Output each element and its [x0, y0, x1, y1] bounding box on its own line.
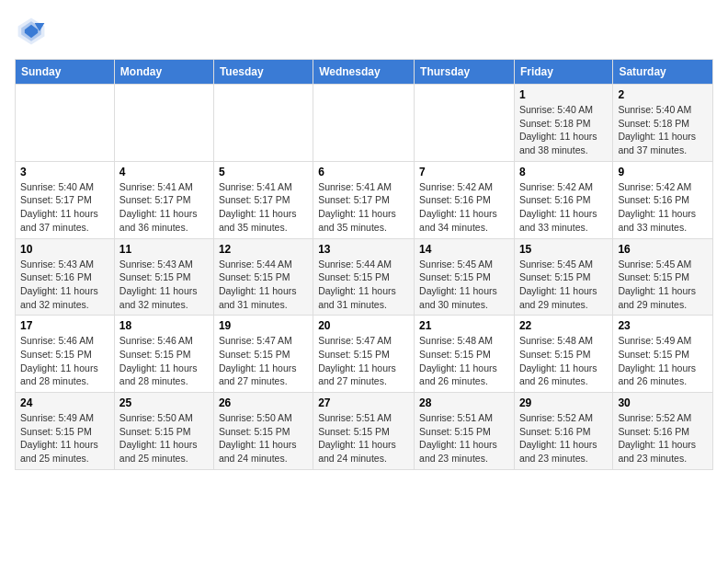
- calendar-cell: 17Sunrise: 5:46 AM Sunset: 5:15 PM Dayli…: [16, 316, 115, 393]
- day-info: Sunrise: 5:45 AM Sunset: 5:15 PM Dayligh…: [519, 258, 608, 312]
- calendar-cell: 29Sunrise: 5:52 AM Sunset: 5:16 PM Dayli…: [514, 393, 612, 470]
- calendar-cell: 8Sunrise: 5:42 AM Sunset: 5:16 PM Daylig…: [514, 161, 612, 238]
- day-number: 16: [618, 243, 708, 256]
- day-number: 11: [119, 243, 209, 256]
- calendar-week-row: 3Sunrise: 5:40 AM Sunset: 5:17 PM Daylig…: [16, 161, 713, 238]
- day-info: Sunrise: 5:40 AM Sunset: 5:18 PM Dayligh…: [519, 103, 608, 157]
- calendar-cell: 25Sunrise: 5:50 AM Sunset: 5:15 PM Dayli…: [114, 393, 213, 470]
- day-info: Sunrise: 5:51 AM Sunset: 5:15 PM Dayligh…: [318, 411, 409, 465]
- calendar-cell: 30Sunrise: 5:52 AM Sunset: 5:16 PM Dayli…: [613, 393, 713, 470]
- day-number: 13: [318, 243, 409, 256]
- calendar-cell: [114, 85, 213, 162]
- calendar-cell: 28Sunrise: 5:51 AM Sunset: 5:15 PM Dayli…: [415, 393, 515, 470]
- day-number: 29: [519, 396, 608, 409]
- calendar-cell: 19Sunrise: 5:47 AM Sunset: 5:15 PM Dayli…: [213, 316, 313, 393]
- day-info: Sunrise: 5:45 AM Sunset: 5:15 PM Dayligh…: [618, 258, 708, 312]
- day-info: Sunrise: 5:52 AM Sunset: 5:16 PM Dayligh…: [618, 411, 708, 465]
- day-info: Sunrise: 5:45 AM Sunset: 5:15 PM Dayligh…: [419, 258, 509, 312]
- day-number: 25: [119, 396, 209, 409]
- page-header: [15, 15, 713, 48]
- calendar-cell: [313, 85, 415, 162]
- calendar-cell: 27Sunrise: 5:51 AM Sunset: 5:15 PM Dayli…: [313, 393, 415, 470]
- day-info: Sunrise: 5:42 AM Sunset: 5:16 PM Dayligh…: [419, 180, 509, 235]
- day-info: Sunrise: 5:40 AM Sunset: 5:17 PM Dayligh…: [20, 180, 109, 235]
- day-info: Sunrise: 5:50 AM Sunset: 5:15 PM Dayligh…: [219, 411, 308, 465]
- calendar-header-row: SundayMondayTuesdayWednesdayThursdayFrid…: [16, 60, 713, 85]
- calendar-cell: 1Sunrise: 5:40 AM Sunset: 5:18 PM Daylig…: [514, 85, 612, 162]
- day-number: 26: [219, 396, 308, 409]
- weekday-header: Friday: [514, 60, 612, 85]
- day-info: Sunrise: 5:41 AM Sunset: 5:17 PM Dayligh…: [318, 180, 409, 235]
- day-number: 28: [419, 396, 509, 409]
- day-number: 27: [318, 396, 409, 409]
- day-info: Sunrise: 5:42 AM Sunset: 5:16 PM Dayligh…: [519, 180, 608, 235]
- day-number: 7: [419, 166, 509, 178]
- day-info: Sunrise: 5:49 AM Sunset: 5:15 PM Dayligh…: [618, 334, 708, 388]
- calendar-cell: 22Sunrise: 5:48 AM Sunset: 5:15 PM Dayli…: [514, 316, 612, 393]
- day-number: 15: [519, 243, 608, 256]
- weekday-header: Tuesday: [213, 60, 313, 85]
- day-info: Sunrise: 5:47 AM Sunset: 5:15 PM Dayligh…: [318, 334, 409, 388]
- day-info: Sunrise: 5:48 AM Sunset: 5:15 PM Dayligh…: [419, 334, 509, 388]
- day-info: Sunrise: 5:47 AM Sunset: 5:15 PM Dayligh…: [219, 334, 308, 388]
- calendar-cell: 16Sunrise: 5:45 AM Sunset: 5:15 PM Dayli…: [613, 238, 713, 316]
- calendar: SundayMondayTuesdayWednesdayThursdayFrid…: [15, 59, 713, 470]
- day-info: Sunrise: 5:51 AM Sunset: 5:15 PM Dayligh…: [419, 411, 509, 465]
- day-number: 21: [419, 319, 509, 332]
- day-info: Sunrise: 5:43 AM Sunset: 5:15 PM Dayligh…: [119, 258, 209, 312]
- day-info: Sunrise: 5:49 AM Sunset: 5:15 PM Dayligh…: [20, 411, 109, 465]
- calendar-cell: 11Sunrise: 5:43 AM Sunset: 5:15 PM Dayli…: [114, 238, 213, 316]
- day-number: 6: [318, 166, 409, 178]
- day-info: Sunrise: 5:44 AM Sunset: 5:15 PM Dayligh…: [219, 258, 308, 312]
- weekday-header: Saturday: [613, 60, 713, 85]
- day-info: Sunrise: 5:41 AM Sunset: 5:17 PM Dayligh…: [119, 180, 209, 235]
- day-number: 22: [519, 319, 608, 332]
- calendar-cell: 18Sunrise: 5:46 AM Sunset: 5:15 PM Dayli…: [114, 316, 213, 393]
- day-number: 20: [318, 319, 409, 332]
- calendar-cell: 21Sunrise: 5:48 AM Sunset: 5:15 PM Dayli…: [415, 316, 515, 393]
- day-info: Sunrise: 5:43 AM Sunset: 5:16 PM Dayligh…: [20, 258, 109, 312]
- day-number: 17: [20, 319, 109, 332]
- calendar-cell: 26Sunrise: 5:50 AM Sunset: 5:15 PM Dayli…: [213, 393, 313, 470]
- day-info: Sunrise: 5:46 AM Sunset: 5:15 PM Dayligh…: [20, 334, 109, 388]
- day-info: Sunrise: 5:42 AM Sunset: 5:16 PM Dayligh…: [618, 180, 708, 235]
- day-number: 18: [119, 319, 209, 332]
- weekday-header: Wednesday: [313, 60, 415, 85]
- calendar-cell: 20Sunrise: 5:47 AM Sunset: 5:15 PM Dayli…: [313, 316, 415, 393]
- day-number: 5: [219, 166, 308, 178]
- calendar-cell: 23Sunrise: 5:49 AM Sunset: 5:15 PM Dayli…: [613, 316, 713, 393]
- calendar-week-row: 10Sunrise: 5:43 AM Sunset: 5:16 PM Dayli…: [16, 238, 713, 316]
- calendar-cell: [415, 85, 515, 162]
- day-number: 2: [618, 88, 708, 101]
- calendar-week-row: 24Sunrise: 5:49 AM Sunset: 5:15 PM Dayli…: [16, 393, 713, 470]
- day-number: 23: [618, 319, 708, 332]
- weekday-header: Thursday: [415, 60, 515, 85]
- day-number: 3: [20, 166, 109, 178]
- day-info: Sunrise: 5:52 AM Sunset: 5:16 PM Dayligh…: [519, 411, 608, 465]
- calendar-cell: 15Sunrise: 5:45 AM Sunset: 5:15 PM Dayli…: [514, 238, 612, 316]
- calendar-cell: 7Sunrise: 5:42 AM Sunset: 5:16 PM Daylig…: [415, 161, 515, 238]
- day-number: 9: [618, 166, 708, 178]
- day-number: 12: [219, 243, 308, 256]
- calendar-cell: [16, 85, 115, 162]
- day-number: 4: [119, 166, 209, 178]
- calendar-cell: [213, 85, 313, 162]
- calendar-cell: 24Sunrise: 5:49 AM Sunset: 5:15 PM Dayli…: [16, 393, 115, 470]
- day-number: 1: [519, 88, 608, 101]
- calendar-cell: 10Sunrise: 5:43 AM Sunset: 5:16 PM Dayli…: [16, 238, 115, 316]
- day-number: 8: [519, 166, 608, 178]
- logo-icon: [15, 15, 48, 48]
- calendar-cell: 2Sunrise: 5:40 AM Sunset: 5:18 PM Daylig…: [613, 85, 713, 162]
- day-number: 14: [419, 243, 509, 256]
- weekday-header: Monday: [114, 60, 213, 85]
- calendar-cell: 6Sunrise: 5:41 AM Sunset: 5:17 PM Daylig…: [313, 161, 415, 238]
- calendar-cell: 12Sunrise: 5:44 AM Sunset: 5:15 PM Dayli…: [213, 238, 313, 316]
- calendar-cell: 9Sunrise: 5:42 AM Sunset: 5:16 PM Daylig…: [613, 161, 713, 238]
- day-info: Sunrise: 5:46 AM Sunset: 5:15 PM Dayligh…: [119, 334, 209, 388]
- day-number: 10: [20, 243, 109, 256]
- day-number: 30: [618, 396, 708, 409]
- day-info: Sunrise: 5:40 AM Sunset: 5:18 PM Dayligh…: [618, 103, 708, 157]
- logo: [15, 15, 51, 48]
- day-info: Sunrise: 5:48 AM Sunset: 5:15 PM Dayligh…: [519, 334, 608, 388]
- calendar-week-row: 17Sunrise: 5:46 AM Sunset: 5:15 PM Dayli…: [16, 316, 713, 393]
